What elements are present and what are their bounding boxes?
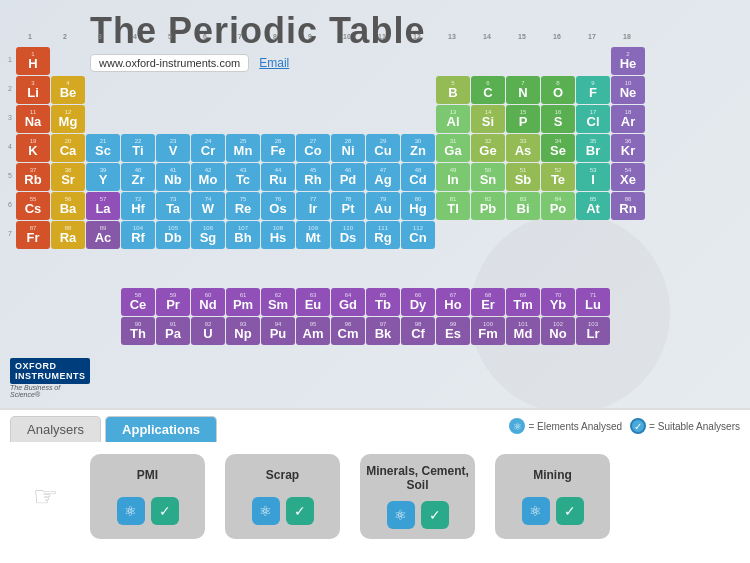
element-sn[interactable]: 50Sn: [471, 163, 505, 191]
element-ag[interactable]: 47Ag: [366, 163, 400, 191]
element-fr[interactable]: 87Fr: [16, 221, 50, 249]
element-rg[interactable]: 111Rg: [366, 221, 400, 249]
element-in[interactable]: 49In: [436, 163, 470, 191]
element-pu[interactable]: 94Pu: [261, 317, 295, 345]
element-hs[interactable]: 108Hs: [261, 221, 295, 249]
element-kr[interactable]: 36Kr: [611, 134, 645, 162]
element-rf[interactable]: 104Rf: [121, 221, 155, 249]
element-i[interactable]: 53I: [576, 163, 610, 191]
element-ru[interactable]: 44Ru: [261, 163, 295, 191]
element-w[interactable]: 74W: [191, 192, 225, 220]
element-cu[interactable]: 29Cu: [366, 134, 400, 162]
element-li[interactable]: 3Li: [16, 76, 50, 104]
element-cn[interactable]: 112Cn: [401, 221, 435, 249]
app-card-pmi[interactable]: PMI ⚛ ✓: [90, 454, 205, 539]
element-la[interactable]: 57La: [86, 192, 120, 220]
element-fm[interactable]: 100Fm: [471, 317, 505, 345]
minerals-analyse-icon[interactable]: ⚛: [387, 501, 415, 529]
element-mo[interactable]: 42Mo: [191, 163, 225, 191]
element-yb[interactable]: 70Yb: [541, 288, 575, 316]
element-br[interactable]: 35Br: [576, 134, 610, 162]
element-h[interactable]: 1H: [16, 47, 50, 75]
element-v[interactable]: 23V: [156, 134, 190, 162]
element-n[interactable]: 7N: [506, 76, 540, 104]
element-pa[interactable]: 91Pa: [156, 317, 190, 345]
element-na[interactable]: 11Na: [16, 105, 50, 133]
element-p[interactable]: 15P: [506, 105, 540, 133]
element-no[interactable]: 102No: [541, 317, 575, 345]
element-bk[interactable]: 97Bk: [366, 317, 400, 345]
element-tb[interactable]: 65Tb: [366, 288, 400, 316]
element-po[interactable]: 84Po: [541, 192, 575, 220]
scrap-suitable-icon[interactable]: ✓: [286, 497, 314, 525]
element-al[interactable]: 13Al: [436, 105, 470, 133]
app-card-minerals[interactable]: Minerals, Cement, Soil ⚛ ✓: [360, 454, 475, 539]
element-hg[interactable]: 80Hg: [401, 192, 435, 220]
element-sc[interactable]: 21Sc: [86, 134, 120, 162]
element-cs[interactable]: 55Cs: [16, 192, 50, 220]
element-b[interactable]: 5B: [436, 76, 470, 104]
element-se[interactable]: 34Se: [541, 134, 575, 162]
element-am[interactable]: 95Am: [296, 317, 330, 345]
pmi-suitable-icon[interactable]: ✓: [151, 497, 179, 525]
element-s[interactable]: 16S: [541, 105, 575, 133]
element-ga[interactable]: 31Ga: [436, 134, 470, 162]
element-cf[interactable]: 98Cf: [401, 317, 435, 345]
element-pm[interactable]: 61Pm: [226, 288, 260, 316]
element-ca[interactable]: 20Ca: [51, 134, 85, 162]
element-tc[interactable]: 43Tc: [226, 163, 260, 191]
element-pb[interactable]: 82Pb: [471, 192, 505, 220]
element-te[interactable]: 52Te: [541, 163, 575, 191]
element-f[interactable]: 9F: [576, 76, 610, 104]
element-au[interactable]: 79Au: [366, 192, 400, 220]
minerals-suitable-icon[interactable]: ✓: [421, 501, 449, 529]
element-os[interactable]: 76Os: [261, 192, 295, 220]
element-fe[interactable]: 26Fe: [261, 134, 295, 162]
element-mt[interactable]: 109Mt: [296, 221, 330, 249]
element-xe[interactable]: 54Xe: [611, 163, 645, 191]
element-nd[interactable]: 60Nd: [191, 288, 225, 316]
element-pt[interactable]: 78Pt: [331, 192, 365, 220]
element-ti[interactable]: 22Ti: [121, 134, 155, 162]
element-lu[interactable]: 71Lu: [576, 288, 610, 316]
element-cl[interactable]: 17Cl: [576, 105, 610, 133]
element-pd[interactable]: 46Pd: [331, 163, 365, 191]
element-hf[interactable]: 72Hf: [121, 192, 155, 220]
element-gd[interactable]: 64Gd: [331, 288, 365, 316]
element-ba[interactable]: 56Ba: [51, 192, 85, 220]
element-co[interactable]: 27Co: [296, 134, 330, 162]
element-lr[interactable]: 103Lr: [576, 317, 610, 345]
element-zr[interactable]: 40Zr: [121, 163, 155, 191]
mining-suitable-icon[interactable]: ✓: [556, 497, 584, 525]
element-ta[interactable]: 73Ta: [156, 192, 190, 220]
element-eu[interactable]: 63Eu: [296, 288, 330, 316]
mining-analyse-icon[interactable]: ⚛: [522, 497, 550, 525]
element-md[interactable]: 101Md: [506, 317, 540, 345]
element-rb[interactable]: 37Rb: [16, 163, 50, 191]
element-k[interactable]: 19K: [16, 134, 50, 162]
element-es[interactable]: 99Es: [436, 317, 470, 345]
element-bi[interactable]: 83Bi: [506, 192, 540, 220]
app-card-mining[interactable]: Mining ⚛ ✓: [495, 454, 610, 539]
element-si[interactable]: 14Si: [471, 105, 505, 133]
element-rn[interactable]: 86Rn: [611, 192, 645, 220]
element-pr[interactable]: 59Pr: [156, 288, 190, 316]
element-as[interactable]: 33As: [506, 134, 540, 162]
tab-analysers[interactable]: Analysers: [10, 416, 101, 442]
element-sg[interactable]: 106Sg: [191, 221, 225, 249]
element-ir[interactable]: 77Ir: [296, 192, 330, 220]
element-tl[interactable]: 81Tl: [436, 192, 470, 220]
element-tm[interactable]: 69Tm: [506, 288, 540, 316]
element-zn[interactable]: 30Zn: [401, 134, 435, 162]
element-u[interactable]: 92U: [191, 317, 225, 345]
element-ce[interactable]: 58Ce: [121, 288, 155, 316]
element-y[interactable]: 39Y: [86, 163, 120, 191]
element-bh[interactable]: 107Bh: [226, 221, 260, 249]
element-ni[interactable]: 28Ni: [331, 134, 365, 162]
element-np[interactable]: 93Np: [226, 317, 260, 345]
element-o[interactable]: 8O: [541, 76, 575, 104]
element-th[interactable]: 90Th: [121, 317, 155, 345]
tab-applications[interactable]: Applications: [105, 416, 217, 442]
element-cd[interactable]: 48Cd: [401, 163, 435, 191]
element-ho[interactable]: 67Ho: [436, 288, 470, 316]
